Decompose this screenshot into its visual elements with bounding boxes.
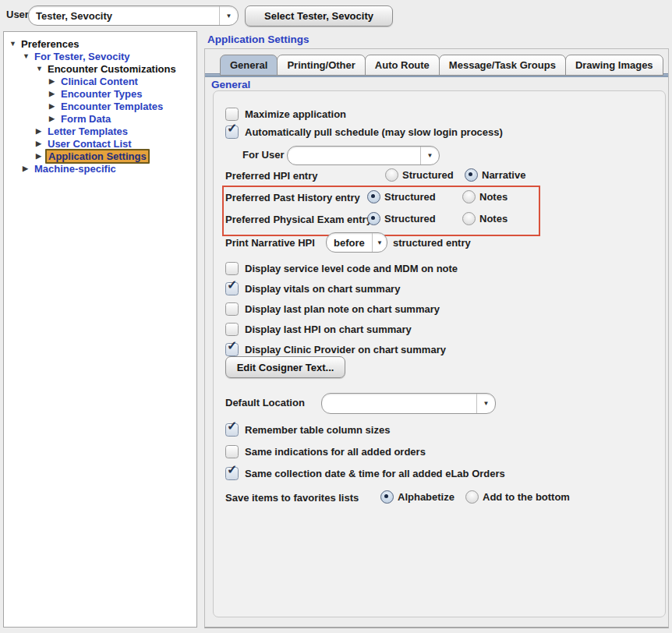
physical-exam-structured-radio[interactable]: [367, 212, 380, 225]
favorites-alphabetize-option: Alphabetize: [380, 490, 454, 504]
for-user-combobox[interactable]: ▼: [287, 146, 440, 165]
user-label: User: [6, 9, 29, 20]
tree-item-form-data[interactable]: ▶Form Data: [49, 112, 111, 125]
display-clinic-provider-checkbox[interactable]: ✓: [225, 343, 239, 356]
tree-item-preferences[interactable]: ▼Preferences: [9, 37, 79, 50]
tree-collapse-icon[interactable]: ▶: [23, 164, 34, 172]
print-narrative-combobox-value: before: [327, 233, 372, 252]
display-last-plan-checkbox[interactable]: [225, 302, 239, 316]
combo-arrow-icon[interactable]: ▼: [476, 394, 495, 413]
maximize-application-row: Maximize application: [225, 108, 346, 121]
tree-item-application-settings[interactable]: ▶Application Settings: [36, 150, 150, 162]
tree-collapse-icon[interactable]: ▶: [49, 90, 61, 97]
tree-item-user-contact-list[interactable]: ▶User Contact List: [36, 137, 132, 150]
default-location-label: Default Location: [225, 396, 305, 409]
favorites-add-bottom-label: Add to the bottom: [483, 491, 570, 503]
tree-collapse-icon[interactable]: ▶: [49, 77, 61, 85]
hpi-narrative-option: Narrative: [465, 168, 525, 182]
user-combobox-value: Tester, Sevocity: [29, 6, 219, 25]
same-collection-checkbox[interactable]: ✓: [225, 467, 239, 480]
preferences-tree-panel: ▼Preferences ▼For Tester, Sevocity ▼Enco…: [3, 31, 197, 628]
tree-item-encounter-templates[interactable]: ▶Encounter Templates: [49, 100, 163, 112]
same-indications-checkbox[interactable]: [225, 445, 239, 458]
tab-printing-other[interactable]: Printing/Other: [277, 55, 365, 76]
favorites-add-bottom-option: Add to the bottom: [465, 490, 570, 504]
tab-drawing-images[interactable]: Drawing Images: [565, 55, 663, 76]
same-collection-row: ✓ Same collection date & time for all ad…: [225, 467, 505, 480]
physical-exam-notes-option: Notes: [462, 212, 508, 225]
physical-exam-structured-option: Structured: [367, 212, 436, 225]
tree-expand-icon[interactable]: ▼: [9, 40, 21, 48]
for-user-label: For User: [242, 148, 284, 161]
display-last-hpi-row: Display last HPI on chart summary: [225, 323, 412, 336]
combo-arrow-icon[interactable]: ▼: [420, 147, 439, 164]
favorites-alphabetize-label: Alphabetize: [398, 491, 454, 503]
tree-expand-icon[interactable]: ▼: [36, 65, 48, 72]
hpi-narrative-label: Narrative: [482, 169, 525, 181]
physical-exam-notes-label: Notes: [479, 213, 508, 225]
tree-item-clinical-content[interactable]: ▶Clinical Content: [49, 75, 138, 87]
past-history-notes-label: Notes: [479, 191, 508, 203]
hpi-structured-label: Structured: [402, 169, 454, 181]
print-narrative-hpi-label: Print Narrative HPI: [225, 236, 315, 249]
tab-auto-route[interactable]: Auto Route: [365, 55, 440, 76]
remember-column-sizes-row: ✓ Remember table column sizes: [225, 423, 390, 437]
default-location-combobox[interactable]: ▼: [321, 393, 496, 414]
physical-exam-notes-radio[interactable]: [462, 212, 476, 225]
display-vitals-checkbox[interactable]: ✓: [225, 282, 239, 295]
same-indications-row: Same indications for all added orders: [225, 445, 426, 458]
tab-strip: General Printing/Other Auto Route Messag…: [221, 55, 663, 76]
maximize-application-label: Maximize application: [245, 108, 346, 120]
display-last-hpi-checkbox[interactable]: [225, 323, 239, 336]
tree-item-machine-specific[interactable]: ▶Machine-specific: [23, 162, 116, 175]
tree-item-letter-templates[interactable]: ▶Letter Templates: [36, 125, 128, 137]
check-icon: ✓: [227, 279, 237, 292]
favorites-label: Save items to favorites lists: [225, 491, 359, 504]
display-clinic-provider-row: ✓ Display Clinic Provider on chart summa…: [225, 343, 446, 356]
tree-item-for-tester[interactable]: ▼For Tester, Sevocity: [23, 50, 130, 62]
preferred-hpi-label: Preferred HPI entry: [225, 169, 318, 182]
auto-pull-row: ✓ Automatically pull schedule (may slow …: [225, 126, 503, 139]
maximize-application-checkbox[interactable]: [225, 108, 239, 121]
display-vitals-row: ✓ Display vitals on chart summary: [225, 282, 400, 295]
display-service-level-checkbox[interactable]: [225, 262, 239, 275]
tab-message-task-groups[interactable]: Message/Task Groups: [439, 55, 566, 76]
tab-general[interactable]: General: [220, 55, 278, 76]
past-history-notes-radio[interactable]: [462, 190, 476, 203]
page-title: Application Settings: [207, 34, 309, 45]
settings-tab-pane: General Printing/Other Auto Route Messag…: [204, 48, 669, 628]
tree-collapse-icon[interactable]: ▶: [36, 140, 48, 147]
preferred-past-history-label: Preferred Past History entry: [225, 191, 360, 204]
tree-collapse-icon[interactable]: ▶: [49, 102, 61, 110]
tree-expand-icon[interactable]: ▼: [23, 52, 34, 60]
tree-item-encounter-types[interactable]: ▶Encounter Types: [49, 87, 143, 100]
combo-arrow-icon[interactable]: ▼: [372, 233, 387, 252]
hpi-narrative-radio[interactable]: [465, 168, 478, 182]
print-narrative-combobox[interactable]: before ▼: [326, 232, 387, 253]
favorites-add-bottom-radio[interactable]: [465, 490, 479, 504]
display-last-plan-row: Display last plan note on chart summary: [225, 302, 440, 316]
preferred-physical-exam-label: Preferred Physical Exam entry: [225, 213, 372, 226]
auto-pull-label: Automatically pull schedule (may slow lo…: [245, 126, 503, 138]
favorites-alphabetize-radio[interactable]: [380, 490, 394, 504]
select-tester-button[interactable]: Select Tester, Sevocity: [245, 5, 393, 27]
default-location-combobox-value: [322, 394, 476, 413]
section-header: General: [211, 79, 250, 90]
past-history-structured-label: Structured: [384, 191, 436, 203]
combo-arrow-icon[interactable]: ▼: [219, 6, 238, 25]
edit-cosigner-text-button[interactable]: Edit Cosigner Text...: [225, 356, 345, 378]
print-narrative-suffix: structured entry: [393, 236, 471, 249]
check-icon: ✓: [227, 464, 237, 476]
user-combobox[interactable]: Tester, Sevocity ▼: [28, 5, 239, 26]
remember-column-sizes-checkbox[interactable]: ✓: [225, 423, 239, 437]
past-history-structured-radio[interactable]: [367, 190, 380, 203]
tree-item-encounter-customizations[interactable]: ▼Encounter Customizations: [36, 62, 176, 75]
hpi-structured-option: Structured: [385, 168, 454, 182]
for-user-combobox-value: [288, 147, 420, 164]
general-group-box: Maximize application ✓ Automatically pul…: [213, 90, 666, 617]
hpi-structured-radio[interactable]: [385, 168, 398, 182]
tree-collapse-icon[interactable]: ▶: [36, 127, 48, 135]
auto-pull-checkbox[interactable]: ✓: [225, 126, 239, 139]
check-icon: ✓: [227, 420, 237, 433]
tree-collapse-icon[interactable]: ▶: [49, 115, 61, 122]
